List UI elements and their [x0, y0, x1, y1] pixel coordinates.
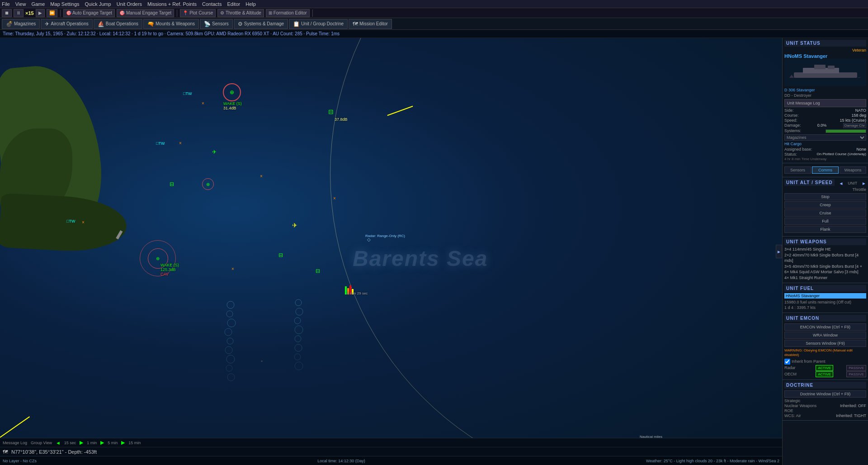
aircraft-ops-button[interactable]: ✈ Aircraft Operations	[41, 19, 92, 29]
x-marker-bottom: ×	[261, 359, 263, 363]
inherit-checkbox[interactable]	[784, 359, 790, 365]
strategic-row: Strategic	[784, 399, 866, 403]
status-text: Time: Thursday, July 15, 1965 · Zulu: 12…	[3, 31, 340, 36]
menu-view[interactable]: View	[15, 1, 26, 7]
throttle-cruise[interactable]: Cruise	[784, 209, 866, 217]
wcs-air-row: WCS: Air Inherited: TIGHT	[784, 413, 866, 418]
menu-game[interactable]: Game	[31, 1, 45, 7]
magazines-button[interactable]: 💣 Magazines	[2, 19, 40, 29]
mounts-weapons-button[interactable]: 🔫 Mounts & Weapons	[143, 19, 199, 29]
separator-2	[177, 9, 177, 17]
menu-quick-jump[interactable]: Quick Jump	[85, 1, 111, 7]
doctrine-button[interactable]: 📋 Unit / Group Doctrine	[289, 19, 348, 29]
radar-unit[interactable]: ◇	[367, 237, 371, 242]
toolbar: ⏹ ⏸ ×15 ▶ ⏩ 🎯 Auto Engage Target 🎯 Manua…	[0, 8, 868, 18]
menu-unit-orders[interactable]: Unit Orders	[117, 1, 142, 7]
menu-file[interactable]: File	[2, 1, 10, 7]
unit-cr-1[interactable]: ⊟	[278, 252, 283, 258]
radar-row: Radar ACTIVE PASSIVE	[784, 365, 866, 371]
tabs-section: Sensors Comms Weapons	[783, 163, 868, 177]
oecm-active-btn[interactable]: ACTIVE	[816, 371, 833, 377]
formation-button[interactable]: ⊞ Formation Editor	[266, 9, 310, 17]
time-remaining: 4 hr 8 min Time Underway	[784, 157, 866, 161]
tw-label-1: □TW	[183, 91, 192, 96]
fast-forward-button[interactable]: ⏩	[47, 9, 57, 17]
wcs-air-value: Inherited: TIGHT	[836, 413, 866, 418]
unit-message-log-btn[interactable]: Unit Message Log	[784, 99, 866, 107]
time-1min[interactable]: 1 min	[87, 441, 97, 445]
fuel-title: UNIT FUEL	[784, 285, 866, 292]
plot-course-button[interactable]: 📍 Plot Course	[180, 9, 216, 17]
menu-editor[interactable]: Editor	[227, 1, 240, 7]
boat-icon: ⛵	[98, 21, 104, 27]
sensors-window-btn[interactable]: Sensors Window (F9)	[784, 340, 866, 347]
tw-label-2: □TW	[156, 141, 165, 146]
wra-window-btn[interactable]: WRA Window	[784, 332, 866, 339]
tab-comms[interactable]: Comms	[812, 166, 839, 174]
stop-button[interactable]: ⏹	[2, 9, 12, 17]
emcon-title: UNIT EMCON	[784, 315, 866, 322]
aircraft-unit-1[interactable]: ✈	[212, 149, 217, 155]
throttle-button[interactable]: ⚙ Throttle & Altitude	[217, 9, 264, 17]
alt-speed-arrow-left[interactable]: ◄	[839, 181, 844, 186]
weapons-list: 3×4 114mm/45 Single HE 2×2 40mm/70 Mk9 S…	[784, 247, 866, 281]
throttle-stop[interactable]: Stop	[784, 193, 866, 200]
tab-sensors[interactable]: Sensors	[784, 166, 811, 174]
menu-missions[interactable]: Missions + Ref. Points	[147, 1, 197, 7]
unit-top-right[interactable]: ⊟	[328, 108, 334, 115]
roe-label: ROE	[784, 408, 793, 413]
weapons-icon: 🔫	[147, 21, 154, 27]
sensors-button[interactable]: 📡 Sensors	[200, 19, 233, 29]
play-1min-btn[interactable]: ▶	[80, 440, 83, 446]
throttle-creep[interactable]: Creep	[784, 201, 866, 209]
throttle-full[interactable]: Full	[784, 218, 866, 225]
oecm-passive-btn[interactable]: PASSIVE	[846, 371, 866, 377]
auto-engage-button[interactable]: 🎯 Auto Engage Target	[63, 9, 115, 17]
wcs-air-label: WCS: Air	[784, 413, 801, 418]
side-row: Side: NATO	[784, 108, 866, 113]
systems-damage-button[interactable]: ⚙ Systems & Damage	[234, 19, 288, 29]
emcon-warning: WARNING: Obeying EMCON (Manual edit disa…	[784, 348, 866, 358]
systems-row: Systems:	[784, 128, 866, 134]
magazines-icon: 💣	[6, 21, 13, 27]
pause-button[interactable]: ⏸	[14, 9, 24, 17]
doctrine-window-btn[interactable]: Doctrine Window (Ctrl + F9)	[784, 390, 866, 398]
time-15sec[interactable]: 15 sec	[64, 441, 76, 445]
red-circle-1[interactable]: ⊕	[202, 178, 214, 190]
magazines-select[interactable]: MagazinesSuppliesFuel and Ammo	[784, 134, 866, 141]
wake-unit-1[interactable]: ⊕	[223, 83, 241, 101]
menu-help[interactable]: Help	[245, 1, 256, 7]
play-button[interactable]: ▶	[36, 9, 45, 17]
boat-ops-button[interactable]: ⛵ Boat Operations	[94, 19, 142, 29]
menu-contacts[interactable]: Contacts	[202, 1, 222, 7]
mission-editor-button[interactable]: 🗺 Mission Editor	[349, 19, 392, 29]
aircraft-unit-2[interactable]: ✈	[292, 222, 297, 229]
play-15min-btn[interactable]: ▶	[121, 440, 125, 446]
time-15min[interactable]: 15 min	[128, 441, 141, 445]
alt-speed-arrow-right[interactable]: ►	[862, 181, 866, 186]
unit-rank: Veteran	[784, 48, 866, 52]
panel-collapse-button[interactable]: ►	[776, 245, 782, 258]
tab-weapons[interactable]: Weapons	[840, 166, 866, 174]
damage-row: Damage: 0.0% Damage Chr	[784, 123, 866, 128]
x-marker-5: ×	[82, 220, 85, 225]
emcon-window-btn[interactable]: EMCON Window (Ctrl + F9)	[784, 323, 866, 331]
radar-passive-btn[interactable]: PASSIVE	[846, 365, 866, 371]
throttle-flank[interactable]: Flank	[784, 226, 866, 233]
back-15sec-btn[interactable]: ◄	[56, 440, 61, 446]
manual-engage-button[interactable]: 🎯 Manual Engage Target	[117, 9, 174, 17]
menu-map-settings[interactable]: Map Settings	[50, 1, 79, 7]
speed-value: 15 kts (Cruise)	[840, 118, 866, 123]
map-area[interactable]: Barents Sea □TW □TW □TW × × × × × × ⊕ WA…	[0, 38, 782, 465]
play-5min-btn[interactable]: ▶	[100, 440, 104, 446]
x-marker-6: ×	[231, 266, 234, 271]
time-5min[interactable]: 5 min	[108, 441, 118, 445]
ship-unit-1[interactable]: ⊟	[170, 181, 174, 187]
damage-chr-btn[interactable]: Damage Chr	[843, 123, 866, 128]
tw-label-3: □TW	[66, 219, 75, 223]
radar-active-btn[interactable]: ACTIVE	[816, 365, 833, 371]
unit-cr-2[interactable]: ⊟	[316, 268, 320, 274]
speed-label: Speed:	[784, 118, 797, 123]
throttle-section: Stop Creep Cruise Full Flank	[784, 193, 866, 233]
x-marker-3: ×	[260, 174, 263, 179]
